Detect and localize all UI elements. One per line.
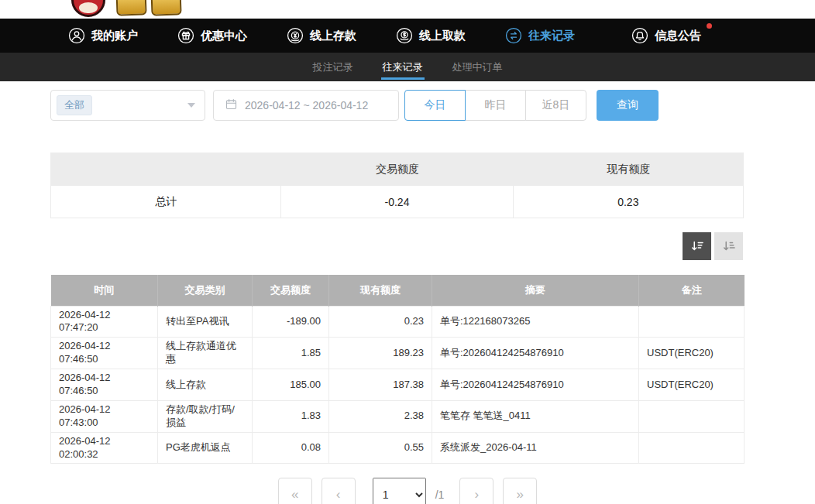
tab-label: 投注记录 (313, 60, 353, 74)
cell-remark: USDT(ERC20) (639, 369, 745, 401)
transaction-type-select[interactable]: 全部 (50, 90, 205, 121)
summary-header-transaction: 交易额度 (281, 163, 514, 177)
summary-total-label: 总计 (51, 186, 281, 218)
cell-amount: -189.00 (253, 306, 329, 338)
page-select[interactable]: 1 (373, 478, 426, 504)
cell-time: 2026-04-12 07:46:50 (51, 369, 158, 401)
summary-transaction-total: -0.24 (281, 186, 513, 218)
cell-amount: 0.08 (253, 432, 329, 464)
cell-type: 线上存款通道优惠 (158, 338, 253, 369)
col-header-type: 交易类别 (158, 275, 253, 306)
deposit-coin-icon (287, 27, 304, 44)
table-row: 2026-04-12 07:46:50 线上存款通道优惠 1.85 189.23… (51, 338, 745, 369)
col-header-time: 时间 (51, 275, 158, 306)
gift-icon (177, 27, 194, 44)
sort-descending-button[interactable] (683, 232, 711, 260)
col-header-remark: 备注 (639, 275, 745, 306)
page: 我的账户 优惠中心 线上存款 (0, 0, 815, 504)
site-logo-mascot-icon[interactable] (71, 0, 105, 17)
summary-balance-total: 0.23 (514, 186, 743, 218)
sort-ascending-icon (721, 238, 737, 254)
summary-header-row: 交易额度 现有额度 (50, 153, 744, 186)
cell-time: 2026-04-12 02:00:32 (51, 432, 158, 464)
transfer-records-icon (505, 27, 522, 44)
quick-btn-label: 近8日 (542, 98, 570, 112)
transactions-table: 时间 交易类别 交易额度 现有额度 摘要 备注 2026-04-12 07:47… (50, 275, 745, 464)
previous-page-button[interactable]: ‹ (322, 478, 356, 504)
chevron-down-icon (187, 103, 195, 108)
table-row: 2026-04-12 02:00:32 PG老虎机返点 0.08 0.55 系统… (51, 432, 745, 464)
cell-summary: 单号:202604124254876910 (432, 338, 639, 369)
logo-gold-glyph (150, 0, 181, 16)
cell-amount: 185.00 (253, 369, 329, 401)
nav-label: 信息公告 (655, 29, 701, 43)
cell-balance: 0.23 (329, 306, 432, 338)
site-logo-wordmark[interactable] (116, 0, 181, 15)
nav-item-online-deposit[interactable]: 线上存款 (287, 27, 356, 44)
yesterday-button[interactable]: 昨日 (465, 90, 526, 121)
tab-processing-orders[interactable]: 处理中订单 (451, 53, 504, 81)
double-chevron-right-icon: » (517, 487, 524, 502)
nav-item-announcements[interactable]: 信息公告 (631, 27, 701, 44)
nav-label: 线上取款 (419, 29, 466, 43)
cell-type: 线上存款 (158, 369, 253, 401)
last-8-days-button[interactable]: 近8日 (525, 90, 586, 121)
table-header-row: 时间 交易类别 交易额度 现有额度 摘要 备注 (51, 275, 745, 306)
cell-balance: 187.38 (329, 369, 432, 401)
query-button[interactable]: 查询 (597, 90, 659, 121)
summary-header-balance: 现有额度 (514, 163, 744, 177)
nav-label: 线上存款 (310, 29, 356, 43)
cell-remark (639, 432, 745, 464)
col-header-summary: 摘要 (432, 275, 639, 306)
cell-amount: 1.83 (253, 400, 329, 432)
total-pages-label: /1 (435, 478, 445, 504)
table-row: 2026-04-12 07:47:20 转出至PA视讯 -189.00 0.23… (51, 306, 745, 338)
cell-amount: 1.85 (253, 338, 329, 369)
sort-ascending-button[interactable] (714, 232, 743, 260)
today-button[interactable]: 今日 (404, 90, 466, 121)
sort-descending-icon (689, 238, 705, 254)
nav-item-online-withdraw[interactable]: 线上取款 (396, 27, 466, 44)
quick-date-buttons: 今日 昨日 近8日 (404, 90, 586, 121)
tab-label: 处理中订单 (452, 60, 503, 74)
cell-summary: 单号:202604124254876910 (432, 369, 639, 401)
nav-item-promotions[interactable]: 优惠中心 (177, 27, 247, 44)
calendar-icon (225, 98, 238, 113)
cell-remark (639, 306, 745, 338)
last-page-button[interactable]: » (503, 478, 537, 504)
user-icon (68, 27, 85, 44)
logo-area (0, 0, 815, 19)
tab-transfer-records[interactable]: 往来记录 (381, 53, 425, 81)
cell-balance: 189.23 (329, 338, 432, 369)
table-row: 2026-04-12 07:43:00 存款/取款/打码/损益 1.83 2.3… (51, 400, 745, 432)
tab-betting-records[interactable]: 投注记录 (311, 53, 355, 81)
cell-time: 2026-04-12 07:43:00 (51, 400, 158, 432)
chevron-right-icon: › (475, 487, 480, 502)
date-range-input[interactable]: 2026-04-12 ~ 2026-04-12 (213, 90, 399, 121)
main-nav: 我的账户 优惠中心 线上存款 (0, 19, 815, 53)
nav-item-transfer-records[interactable]: 往来记录 (505, 27, 575, 44)
quick-btn-label: 昨日 (485, 98, 507, 112)
cell-summary: 单号:122168073265 (432, 306, 639, 338)
table-row: 2026-04-12 07:46:50 线上存款 185.00 187.38 单… (51, 369, 745, 401)
date-range-value: 2026-04-12 ~ 2026-04-12 (245, 99, 368, 111)
col-header-balance: 现有额度 (329, 275, 432, 306)
summary-table: 交易额度 现有额度 总计 -0.24 0.23 (50, 153, 744, 218)
nav-label: 优惠中心 (201, 29, 247, 43)
cell-time: 2026-04-12 07:46:50 (51, 338, 158, 369)
col-header-amount: 交易额度 (253, 275, 329, 306)
double-chevron-left-icon: « (291, 487, 298, 502)
next-page-button[interactable]: › (459, 478, 493, 504)
cell-balance: 0.55 (329, 432, 432, 464)
first-page-button[interactable]: « (278, 478, 312, 504)
cell-time: 2026-04-12 07:47:20 (51, 306, 158, 338)
withdraw-coin-icon (396, 27, 413, 44)
cell-remark: USDT(ERC20) (639, 338, 745, 369)
tab-label: 往来记录 (383, 60, 423, 74)
logo-gold-glyph (115, 0, 146, 16)
selected-type-tag: 全部 (57, 95, 92, 115)
quick-btn-label: 今日 (425, 98, 446, 112)
sub-nav: 投注记录 往来记录 处理中订单 (0, 53, 815, 81)
cell-remark (639, 400, 745, 432)
nav-item-my-account[interactable]: 我的账户 (68, 27, 138, 44)
